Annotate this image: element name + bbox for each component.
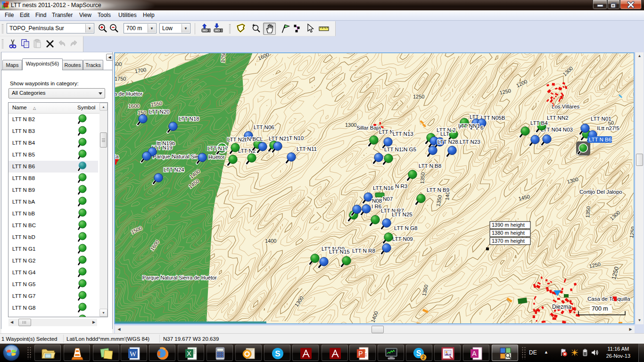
svg-text:Casa de Tosquilla: Casa de Tosquilla bbox=[587, 296, 630, 302]
svg-text:1350: 1350 bbox=[585, 206, 591, 218]
svg-text:2: 2 bbox=[422, 355, 425, 360]
svg-text:1390 m height: 1390 m height bbox=[492, 222, 525, 228]
svg-text:LTT N B6: LTT N B6 bbox=[589, 137, 611, 142]
svg-text:Cortijo Del Jalopo: Cortijo Del Jalopo bbox=[579, 189, 622, 195]
svg-text:LTT N13: LTT N13 bbox=[393, 131, 413, 137]
svg-text:1350: 1350 bbox=[419, 172, 426, 184]
svg-text:A: A bbox=[472, 350, 477, 357]
svg-text:S: S bbox=[416, 349, 421, 357]
svg-text:S: S bbox=[275, 349, 280, 358]
svg-text:N08: N08 bbox=[372, 198, 382, 204]
svg-text:1300: 1300 bbox=[345, 122, 356, 128]
svg-text:LTT N20: LTT N20 bbox=[149, 109, 170, 115]
svg-text:LTT N24: LTT N24 bbox=[164, 167, 184, 173]
svg-text:a de Huétor: a de Huétor bbox=[115, 91, 142, 97]
svg-text:Diezma: Diezma bbox=[552, 304, 571, 310]
svg-text:LTT N28.: LTT N28. bbox=[438, 139, 460, 145]
svg-text:600: 600 bbox=[115, 61, 122, 67]
svg-text:1750: 1750 bbox=[115, 76, 126, 82]
svg-text:LTT N25: LTT N25 bbox=[392, 212, 413, 217]
svg-text:LTT N R8: LTT N R8 bbox=[352, 248, 375, 254]
svg-text:LTT NN1: LTT NN1 bbox=[458, 123, 480, 129]
svg-text:LTT N21: LTT N21 bbox=[269, 136, 289, 141]
svg-text:LTT N01: LTT N01 bbox=[591, 116, 611, 122]
svg-text:LTT N15: LTT N15 bbox=[329, 249, 350, 255]
svg-text:LTT N2b: LTT N2b bbox=[227, 137, 248, 142]
svg-text:I R6: I R6 bbox=[372, 204, 381, 209]
svg-text:P: P bbox=[358, 350, 363, 357]
svg-text:LTT N09: LTT N09 bbox=[392, 236, 413, 242]
svg-text:LTT NN2: LTT NN2 bbox=[547, 115, 569, 121]
svg-text:1380 m height: 1380 m height bbox=[492, 230, 525, 236]
svg-text:Los Villares: Los Villares bbox=[552, 104, 579, 109]
svg-text:LTT B4: LTT B4 bbox=[530, 120, 548, 126]
svg-text:X: X bbox=[187, 350, 191, 357]
svg-text:ILtt n27!5: ILtt n27!5 bbox=[597, 125, 619, 131]
svg-text:6: 6 bbox=[480, 125, 483, 131]
svg-text:Parque Natural Sierra de Huéto: Parque Natural Sierra de Huétor bbox=[142, 275, 217, 280]
svg-text:1600: 1600 bbox=[128, 103, 140, 109]
svg-text:1370 m height: 1370 m height bbox=[492, 238, 525, 244]
svg-text:LTT N11: LTT N11 bbox=[297, 146, 317, 152]
svg-text:LTT N B8: LTT N B8 bbox=[419, 163, 441, 169]
svg-text:LTT N16: LTT N16 bbox=[373, 185, 394, 191]
svg-text:ta: ta bbox=[115, 154, 119, 159]
svg-text:700 m: 700 m bbox=[592, 305, 608, 312]
svg-text:LTT N B9: LTT N B9 bbox=[427, 187, 449, 193]
svg-text:LTT N06: LTT N06 bbox=[254, 124, 274, 130]
svg-text:LTT N17: LTT N17 bbox=[207, 146, 228, 151]
svg-text:N G5: N G5 bbox=[404, 147, 416, 152]
svg-text:1400: 1400 bbox=[265, 238, 276, 244]
svg-text:N R3: N R3 bbox=[395, 183, 407, 189]
svg-text:LTT N23: LTT N23 bbox=[460, 139, 480, 145]
svg-text:LTT N: LTT N bbox=[379, 129, 394, 135]
svg-text:N BCL: N BCL bbox=[247, 136, 263, 142]
svg-text:LTT N G8: LTT N G8 bbox=[394, 225, 417, 231]
svg-text:LLT: LLT bbox=[440, 131, 449, 137]
svg-text:N07: N07 bbox=[383, 196, 393, 202]
svg-text:LTT N12: LTT N12 bbox=[384, 147, 405, 152]
svg-text:T N10: T N10 bbox=[289, 135, 304, 141]
svg-text:ltt N19b: ltt N19b bbox=[157, 140, 175, 146]
svg-text:Sillar Baja: Sillar Baja bbox=[356, 125, 381, 131]
svg-text:Parque Natural Sierr: Parque Natural Sierr bbox=[153, 154, 202, 159]
svg-text:W: W bbox=[130, 350, 137, 358]
svg-text:LTT N18: LTT N18 bbox=[179, 116, 199, 122]
svg-text:1250: 1250 bbox=[413, 94, 424, 99]
